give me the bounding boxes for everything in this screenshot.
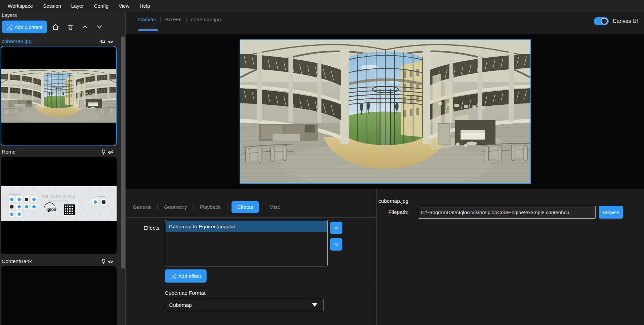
cubemap-format-value: Cubemap [169, 302, 192, 308]
home-thumbnail-image: Welcome to ICE Wed 23 Nov 13:50 igloo [1, 186, 117, 221]
canvas-ui-label: Canvas UI [613, 18, 638, 24]
properties-tabbar: General Geometry Playback Effects Misc [131, 201, 282, 213]
tab-canvas[interactable]: Canvas [138, 17, 156, 23]
tab-screen[interactable]: Screen [165, 17, 182, 23]
tab-separator [186, 17, 187, 23]
menubar: Workspace Session Layer Config View Help [0, 0, 644, 11]
layer-name-home[interactable]: Home [2, 149, 16, 155]
eye-icon[interactable] [107, 258, 114, 265]
toggle-knob [601, 18, 608, 25]
eye-slash-icon[interactable] [107, 149, 114, 156]
layer-name-contentbank[interactable]: ContentBank [2, 258, 32, 264]
layers-panel-title: Layers [2, 12, 17, 18]
canvas-content-panorama[interactable] [240, 39, 531, 184]
add-icon [171, 273, 176, 279]
move-layer-up-icon[interactable] [81, 23, 89, 31]
canvas-viewport[interactable] [126, 34, 644, 189]
igloo-core-engine-window: Workspace Session Layer Config View Help… [0, 0, 644, 325]
add-effect-button[interactable]: Add effect [165, 269, 207, 283]
layer-row-home[interactable]: Home [0, 148, 118, 156]
layers-panel: Layers Add Content cubemap.jpg [0, 11, 126, 325]
pin-icon[interactable] [100, 258, 107, 265]
horizontal-divider [126, 189, 644, 189]
add-content-button[interactable]: Add Content [2, 21, 47, 33]
tab-separator [227, 204, 227, 210]
filepath-input[interactable] [418, 206, 596, 219]
menu-view[interactable]: View [114, 3, 134, 9]
cubemap-format-label: Cubemap Format [165, 290, 206, 296]
effect-move-up-button[interactable] [330, 222, 342, 234]
qr-code [64, 204, 75, 215]
tab-general[interactable]: General [131, 201, 153, 213]
tab-separator [263, 204, 264, 210]
active-tab-underline [138, 29, 158, 31]
menu-help[interactable]: Help [134, 3, 155, 9]
add-icon [6, 24, 12, 30]
tab-effects[interactable]: Effects [232, 201, 259, 213]
layer-thumbnail-home[interactable]: Welcome to ICE Wed 23 Nov 13:50 igloo [1, 157, 117, 254]
layer-name-cubemap[interactable]: cubemap.jpg [2, 38, 32, 44]
layer-row-contentbank[interactable]: ContentBank [0, 258, 118, 266]
menu-layer[interactable]: Layer [66, 3, 89, 9]
effect-move-down-button[interactable] [330, 238, 342, 251]
home-app-grid-right [92, 199, 106, 205]
add-effect-label: Add effect [178, 273, 201, 279]
canvas-tabbar: Canvas Screen cubemap.jpg Canvas UI [126, 11, 644, 34]
menu-config[interactable]: Config [89, 3, 114, 9]
tab-playback[interactable]: Playback [197, 201, 223, 213]
cubemap-thumbnail-image [1, 69, 116, 123]
igloo-logo: igloo [47, 207, 56, 212]
trash-icon[interactable] [66, 23, 75, 31]
home-icon[interactable] [51, 23, 60, 31]
eye-icon[interactable] [107, 38, 114, 45]
tab-separator [157, 204, 158, 210]
tab-cubemap[interactable]: cubemap.jpg [191, 17, 221, 23]
pin-icon[interactable] [100, 149, 107, 156]
effect-item-selected[interactable]: Cubemap to Equirectangular [165, 221, 327, 232]
browse-button[interactable]: Browse [599, 206, 623, 219]
tab-misc[interactable]: Misc [267, 201, 282, 213]
tab-separator [193, 204, 194, 210]
effects-list-label: Effects [136, 225, 159, 231]
tab-geometry[interactable]: Geometry [162, 201, 189, 213]
layers-scrollbar[interactable] [121, 36, 125, 269]
layer-thumbnail-cubemap[interactable] [1, 46, 117, 146]
pin-icon[interactable] [99, 38, 105, 45]
home-app-grid [9, 196, 41, 217]
menu-workspace[interactable]: Workspace [3, 3, 38, 9]
cubemap-format-dropdown[interactable]: Cubemap [165, 299, 324, 311]
filepath-label: Filepath: [380, 209, 408, 215]
layer-thumbnail-contentbank[interactable] [1, 266, 117, 325]
file-panel-title: cubemap.jpg [378, 198, 408, 204]
vertical-divider [376, 189, 377, 325]
section-divider [126, 286, 376, 286]
menu-session[interactable]: Session [38, 3, 66, 9]
effects-list[interactable]: Cubemap to Equirectangular [165, 220, 328, 266]
move-layer-down-icon[interactable] [95, 23, 104, 31]
layer-row-cubemap[interactable]: cubemap.jpg [0, 38, 118, 46]
add-content-label: Add Content [14, 24, 42, 30]
tab-separator [160, 17, 161, 23]
section-divider [126, 217, 376, 218]
chevron-down-icon [312, 303, 317, 307]
canvas-ui-toggle[interactable] [594, 17, 609, 25]
